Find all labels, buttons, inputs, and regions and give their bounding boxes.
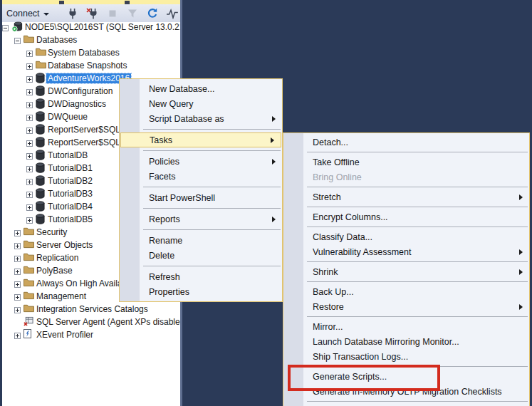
context-menu-item-delete[interactable]: Delete: [120, 248, 282, 263]
expand-icon[interactable]: [26, 139, 33, 149]
menu-item-label: Shrink: [313, 267, 338, 277]
tree-item-sql-server-agent-agent-xps-disabled[interactable]: SQL Server Agent (Agent XPs disabled): [0, 316, 180, 328]
menu-item-label: Stretch: [313, 192, 341, 202]
expand-icon[interactable]: [14, 229, 21, 239]
context-menu-item-facets[interactable]: Facets: [120, 169, 282, 184]
expand-icon[interactable]: [26, 165, 33, 175]
expand-icon[interactable]: [14, 241, 21, 251]
menu-item-label: Script Database as: [149, 114, 224, 124]
tasks-submenu-item-stretch[interactable]: Stretch: [283, 189, 529, 204]
context-menu-item-refresh[interactable]: Refresh: [120, 269, 282, 284]
menu-separator: [307, 281, 528, 282]
context-menu-item-new-database[interactable]: New Database...: [120, 81, 282, 96]
database-icon: [36, 188, 45, 201]
folder-icon: [36, 60, 46, 71]
folder-icon: [24, 278, 34, 289]
expand-icon[interactable]: [26, 62, 33, 72]
disconnect-button[interactable]: [83, 6, 102, 21]
tasks-submenu-item-take-offline[interactable]: Take Offline: [283, 155, 529, 170]
tree-item-system-databases[interactable]: System Databases: [0, 46, 180, 59]
connect-button[interactable]: [63, 6, 82, 21]
tree-item-label: TutorialDB1: [48, 163, 93, 173]
context-menu-item-rename[interactable]: Rename: [120, 233, 282, 248]
menu-item-label: New Database...: [149, 84, 214, 94]
xevent-icon: [24, 329, 31, 340]
tree-item-label: Database Snapshots: [48, 61, 127, 71]
menu-item-label: Detach...: [313, 137, 348, 147]
expand-icon[interactable]: [26, 113, 33, 123]
folder-icon: [24, 291, 34, 302]
panel-left-edge: [0, 0, 2, 406]
tree-item-label: DWConfiguration: [48, 86, 113, 96]
tasks-submenu-item-ship-transaction-logs[interactable]: Ship Transaction Logs...: [283, 349, 529, 364]
tasks-submenu-item-detach[interactable]: Detach...: [283, 135, 529, 150]
expand-icon[interactable]: [26, 152, 33, 162]
tasks-submenu-item-mirror[interactable]: Mirror...: [283, 319, 529, 334]
expand-icon[interactable]: [14, 280, 21, 290]
expand-icon[interactable]: [14, 254, 21, 264]
menu-item-label: Refresh: [149, 272, 180, 282]
tree-item-node5-sql2016st-sql-server-13-0-216[interactable]: NODE5\SQL2016ST (SQL Server 13.0.216: [0, 21, 180, 33]
tree-item-label: DWQueue: [48, 112, 88, 122]
submenu-arrow-icon: [272, 159, 276, 165]
collapse-icon[interactable]: [2, 24, 9, 33]
menu-separator: [307, 152, 528, 152]
context-menu-item-script-database-as[interactable]: Script Database as: [120, 111, 282, 126]
expand-icon[interactable]: [26, 203, 33, 213]
menu-item-label: Policies: [149, 157, 179, 167]
submenu-arrow-icon: [272, 116, 276, 122]
connect-button[interactable]: Connect: [0, 6, 53, 21]
tree-item-databases[interactable]: Databases: [0, 33, 180, 46]
collapse-icon[interactable]: [14, 36, 21, 46]
tasks-submenu-item-restore[interactable]: Restore: [283, 299, 529, 314]
refresh-button[interactable]: [143, 6, 162, 21]
tasks-submenu-item-vulnerability-assessment[interactable]: Vulnerability Assessment: [283, 244, 529, 259]
context-menu-item-new-query[interactable]: New Query: [120, 96, 282, 111]
expand-icon[interactable]: [26, 100, 33, 110]
tree-item-label: System Databases: [48, 48, 120, 58]
context-menu-item-tasks[interactable]: Tasks: [120, 132, 281, 147]
menu-separator: [143, 266, 281, 266]
tree-item-label: SQL Server Agent (Agent XPs disabled): [36, 317, 180, 327]
folder-icon: [24, 34, 34, 46]
expand-icon[interactable]: [26, 216, 33, 226]
tasks-submenu-item-classify-data[interactable]: Classify Data...: [283, 229, 529, 244]
tasks-submenu-item-back-up[interactable]: Back Up...: [283, 284, 529, 299]
context-menu-item-properties[interactable]: Properties: [120, 284, 282, 299]
context-menu-item-start-powershell[interactable]: Start PowerShell: [120, 190, 282, 205]
expand-icon[interactable]: [14, 331, 21, 341]
connect-icon: [67, 8, 78, 19]
expand-icon[interactable]: [26, 177, 33, 187]
tree-item-integration-services-catalogs[interactable]: Integration Services Catalogs: [0, 303, 180, 316]
filter-button[interactable]: [123, 6, 142, 21]
menu-item-label: Restore: [313, 302, 344, 312]
tree-item-xevent-profiler[interactable]: XEvent Profiler: [0, 328, 180, 341]
database-context-menu: New Database...New QueryScript Database …: [119, 78, 283, 302]
menu-item-label: Reports: [149, 214, 180, 224]
context-menu-item-policies[interactable]: Policies: [120, 154, 282, 169]
expand-icon[interactable]: [26, 190, 33, 200]
server-database-icon: [11, 21, 24, 34]
tree-item-label: TutorialDB3: [48, 189, 93, 199]
expand-icon[interactable]: [14, 306, 21, 316]
stop-button[interactable]: [103, 6, 122, 21]
activity-button[interactable]: [163, 6, 180, 21]
expand-icon[interactable]: [26, 49, 33, 59]
tasks-submenu-item-encrypt-columns[interactable]: Encrypt Columns...: [283, 209, 529, 224]
expand-icon[interactable]: [14, 293, 21, 303]
tasks-submenu-item-launch-database-mirroring-monitor[interactable]: Launch Database Mirroring Monitor...: [283, 334, 529, 349]
expand-icon[interactable]: [14, 267, 21, 277]
menu-item-label: Take Offline: [313, 157, 360, 167]
context-menu-item-reports[interactable]: Reports: [120, 212, 282, 227]
tasks-submenu-item-shrink[interactable]: Shrink: [283, 264, 529, 279]
folder-icon: [36, 47, 46, 58]
tree-item-label: Security: [36, 227, 67, 237]
tree-item-database-snapshots[interactable]: Database Snapshots: [0, 59, 180, 72]
folder-icon: [24, 265, 34, 276]
folder-icon: [24, 303, 34, 315]
tree-item-label: Integration Services Catalogs: [36, 304, 148, 314]
expand-icon[interactable]: [26, 126, 33, 136]
expand-icon[interactable]: [26, 88, 33, 98]
menu-item-label: Properties: [149, 287, 189, 297]
expand-icon[interactable]: [26, 75, 33, 85]
